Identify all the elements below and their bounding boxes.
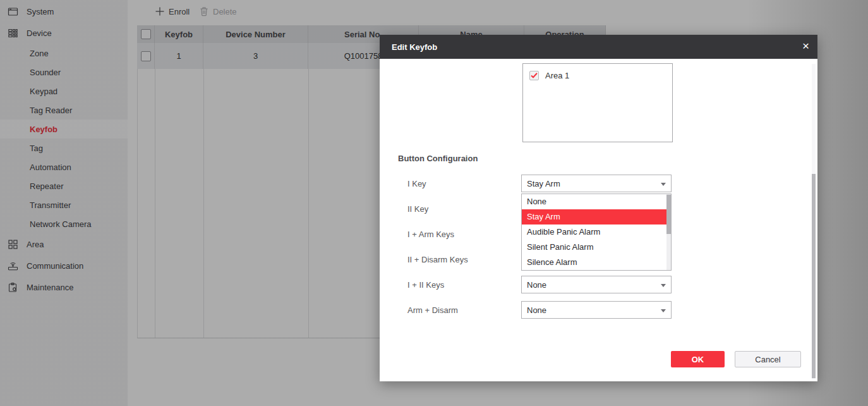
form-label-i-arm-keys: I + Arm Keys — [407, 230, 454, 239]
sidebar-item-area[interactable]: Area — [0, 233, 128, 255]
row-checkbox[interactable] — [141, 51, 151, 61]
select-arm-disarm[interactable]: None — [521, 301, 672, 319]
communication-icon — [8, 261, 18, 271]
select-value: Stay Arm — [527, 179, 560, 188]
sidebar-item-keypad[interactable]: Keypad — [0, 82, 128, 101]
sidebar-item-keyfob[interactable]: Keyfob — [0, 120, 128, 138]
sidebar: SystemDeviceZoneSounderKeypadTag ReaderK… — [0, 0, 128, 406]
column-header-keyfob: Keyfob — [155, 25, 203, 43]
form-label-arm-disarm: Arm + Disarm — [407, 305, 458, 315]
cell-keyfob: 1 — [155, 43, 203, 69]
sidebar-item-label: Keypad — [30, 87, 57, 96]
section-title: Button Configuraion — [398, 154, 478, 163]
sidebar-item-transmitter[interactable]: Transmitter — [0, 195, 128, 214]
plus-icon — [155, 7, 164, 16]
modal-header: Edit Keyfob × — [380, 35, 817, 59]
cell-device-number: 3 — [203, 43, 308, 69]
column-header-select — [137, 25, 155, 43]
sidebar-item-label: Automation — [30, 163, 71, 172]
table-body-column — [204, 69, 309, 338]
i-key-dropdown-list: NoneStay ArmAudible Panic AlarmSilent Pa… — [521, 194, 672, 271]
form-label-i-key: I Key — [407, 179, 426, 188]
sidebar-item-automation[interactable]: Automation — [0, 157, 128, 176]
area-checkbox-checked[interactable] — [529, 71, 539, 80]
row-select-cell — [137, 43, 155, 69]
select-value: None — [527, 305, 546, 315]
sidebar-item-system[interactable]: System — [0, 1, 128, 22]
dropdown-option-stay-arm[interactable]: Stay Arm — [522, 209, 666, 225]
enroll-button-label: Enroll — [169, 7, 190, 16]
edit-keyfob-modal: Edit Keyfob × Area 1 Button Configuraion… — [380, 35, 817, 381]
area-list-box: Area 1 — [522, 63, 673, 142]
chevron-down-icon — [661, 183, 666, 186]
form-label-i-ii-keys: I + II Keys — [407, 280, 444, 290]
select-i-ii-keys[interactable]: None — [521, 276, 672, 293]
table-body-column — [138, 69, 155, 338]
area-label: Area 1 — [545, 71, 569, 80]
form-label-ii-key: II Key — [407, 204, 428, 214]
table-body-column — [155, 69, 204, 338]
area-list-item[interactable]: Area 1 — [529, 71, 569, 80]
dropdown-scrollbar-thumb[interactable] — [666, 195, 671, 234]
system-icon — [8, 6, 18, 17]
dropdown-option-none[interactable]: None — [522, 194, 666, 209]
modal-scrollbar-thumb[interactable] — [812, 174, 816, 378]
sidebar-item-label: Tag — [30, 144, 43, 153]
chevron-down-icon — [661, 309, 666, 312]
sidebar-item-device[interactable]: Device — [0, 22, 128, 44]
sidebar-item-label: Maintenance — [27, 283, 73, 292]
dropdown-scrollbar[interactable] — [666, 194, 671, 270]
sidebar-item-label: Device — [27, 28, 52, 38]
sidebar-item-label: Network Camera — [30, 219, 92, 229]
enroll-button[interactable]: Enroll — [155, 4, 190, 18]
sidebar-item-label: Keyfob — [30, 125, 57, 134]
dropdown-option-audible-panic-alarm[interactable]: Audible Panic Alarm — [522, 225, 666, 240]
close-icon[interactable]: × — [802, 39, 809, 53]
app-window: SystemDeviceZoneSounderKeypadTag ReaderK… — [0, 0, 868, 406]
chevron-down-icon — [661, 284, 666, 287]
select-value: None — [527, 280, 546, 290]
form-label-ii-disarm-keys: II + Disarm Keys — [407, 255, 468, 264]
sidebar-item-sounder[interactable]: Sounder — [0, 63, 128, 82]
maintenance-icon — [8, 282, 18, 293]
column-header-device-number: Device Number — [203, 25, 308, 43]
dropdown-option-silence-alarm[interactable]: Silence Alarm — [522, 255, 666, 270]
modal-title: Edit Keyfob — [392, 42, 437, 52]
area-icon — [8, 239, 18, 250]
select-all-checkbox[interactable] — [141, 29, 151, 39]
device-icon — [8, 28, 18, 39]
delete-button-label: Delete — [213, 7, 237, 16]
cancel-button[interactable]: Cancel — [735, 351, 801, 367]
sidebar-item-network-camera[interactable]: Network Camera — [0, 214, 128, 233]
sidebar-item-label: Sounder — [30, 68, 61, 77]
sidebar-item-label: Zone — [30, 49, 49, 58]
trash-icon — [200, 6, 208, 16]
sidebar-item-label: Communication — [27, 261, 83, 271]
select-i-key[interactable]: Stay Arm — [521, 175, 672, 192]
sidebar-item-repeater[interactable]: Repeater — [0, 176, 128, 195]
sidebar-item-zone[interactable]: Zone — [0, 44, 128, 63]
sidebar-item-label: Transmitter — [30, 200, 71, 210]
dropdown-option-silent-panic-alarm[interactable]: Silent Panic Alarm — [522, 240, 666, 255]
sidebar-item-label: Tag Reader — [30, 106, 72, 115]
sidebar-item-label: Repeater — [30, 181, 63, 191]
sidebar-item-communication[interactable]: Communication — [0, 255, 128, 276]
delete-button[interactable]: Delete — [200, 4, 237, 18]
sidebar-item-label: System — [27, 7, 54, 16]
ok-button[interactable]: OK — [671, 351, 725, 367]
sidebar-item-maintenance[interactable]: Maintenance — [0, 276, 128, 298]
sidebar-item-tag[interactable]: Tag — [0, 138, 128, 157]
sidebar-item-tag-reader[interactable]: Tag Reader — [0, 101, 128, 120]
sidebar-item-label: Area — [27, 240, 44, 249]
